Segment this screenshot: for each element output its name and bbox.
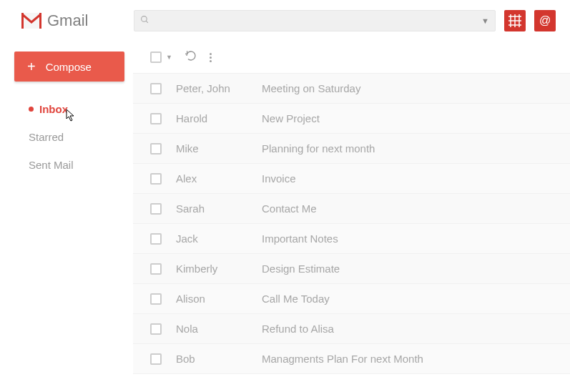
- main-panel: ▼ Peter, JohnMeeting on SaturdayHaroldNe…: [133, 41, 570, 374]
- sidebar-item-starred[interactable]: Starred: [29, 131, 124, 143]
- mail-subject: Planning for next month: [262, 142, 375, 155]
- mail-row[interactable]: AlisonCall Me Today: [133, 284, 570, 314]
- mail-row[interactable]: KimberlyDesign Estimate: [133, 254, 570, 284]
- mail-subject: Invoice: [262, 172, 296, 185]
- row-checkbox[interactable]: [150, 233, 162, 245]
- row-checkbox[interactable]: [150, 323, 162, 335]
- mail-sender: Alison: [176, 293, 247, 305]
- mail-row[interactable]: BobManagments Plan For next Month: [133, 344, 570, 374]
- select-all-checkbox[interactable]: [150, 52, 162, 63]
- search-icon: [140, 15, 149, 26]
- at-sign-button[interactable]: @: [534, 10, 556, 31]
- mail-sender: Jack: [176, 232, 247, 245]
- row-checkbox[interactable]: [150, 173, 162, 185]
- logo[interactable]: Gmail: [21, 11, 125, 30]
- mail-sender: Mike: [176, 142, 247, 155]
- mail-row[interactable]: NolaRefund to Alisa: [133, 314, 570, 344]
- svg-point-3: [142, 16, 147, 22]
- row-checkbox[interactable]: [150, 83, 162, 94]
- mail-subject: Important Notes: [262, 232, 338, 245]
- grid-view-button[interactable]: [504, 10, 526, 31]
- nav-label: Sent Mail: [29, 159, 74, 171]
- mail-row[interactable]: AlexInvoice: [133, 164, 570, 194]
- mail-list: Peter, JohnMeeting on SaturdayHaroldNew …: [133, 74, 570, 374]
- mail-subject: New Project: [262, 112, 320, 124]
- mail-sender: Alex: [176, 172, 247, 185]
- mail-subject: Refund to Alisa: [262, 323, 334, 335]
- row-checkbox[interactable]: [150, 113, 162, 124]
- mail-row[interactable]: JackImportant Notes: [133, 224, 570, 254]
- row-checkbox[interactable]: [150, 293, 162, 305]
- sidebar: + Compose Inbox Starred Sent Mail: [0, 41, 133, 374]
- mail-subject: Contact Me: [262, 202, 317, 215]
- more-icon[interactable]: [210, 53, 212, 62]
- row-checkbox[interactable]: [150, 143, 162, 155]
- search-dropdown-icon[interactable]: ▼: [481, 16, 489, 25]
- svg-rect-1: [21, 13, 24, 29]
- select-all-dropdown-icon[interactable]: ▼: [166, 54, 172, 61]
- mail-sender: Nola: [176, 323, 247, 335]
- mail-subject: Call Me Today: [262, 293, 330, 305]
- row-checkbox[interactable]: [150, 263, 162, 275]
- mail-subject: Managments Plan For next Month: [262, 353, 423, 365]
- mail-row[interactable]: HaroldNew Project: [133, 104, 570, 134]
- mail-row[interactable]: MikePlanning for next month: [133, 134, 570, 164]
- refresh-icon[interactable]: [185, 50, 197, 64]
- mail-sender: Harold: [176, 112, 247, 124]
- mail-subject: Design Estimate: [262, 263, 340, 275]
- mail-sender: Sarah: [176, 202, 247, 215]
- compose-label: Compose: [46, 61, 92, 73]
- gmail-logo-icon: [21, 13, 41, 29]
- nav-label: Starred: [29, 131, 64, 143]
- mail-sender: Peter, John: [176, 82, 247, 94]
- search-input[interactable]: ▼: [134, 10, 496, 31]
- unread-dot-icon: [29, 107, 34, 112]
- compose-button[interactable]: + Compose: [14, 52, 124, 82]
- mail-toolbar: ▼: [133, 41, 570, 74]
- mail-sender: Bob: [176, 353, 247, 365]
- sidebar-item-inbox[interactable]: Inbox: [29, 103, 124, 115]
- sidebar-item-sent[interactable]: Sent Mail: [29, 159, 124, 171]
- svg-line-4: [146, 21, 148, 23]
- mail-subject: Meeting on Saturday: [262, 82, 360, 94]
- nav-list: Inbox Starred Sent Mail: [14, 103, 124, 171]
- mail-sender: Kimberly: [176, 263, 247, 275]
- svg-rect-2: [39, 13, 41, 29]
- row-checkbox[interactable]: [150, 203, 162, 215]
- mail-row[interactable]: SarahContact Me: [133, 194, 570, 224]
- header: Gmail ▼ @: [0, 0, 570, 41]
- product-name: Gmail: [47, 11, 88, 30]
- mail-row[interactable]: Peter, JohnMeeting on Saturday: [133, 74, 570, 104]
- plus-icon: +: [27, 59, 36, 74]
- nav-label: Inbox: [39, 103, 68, 115]
- row-checkbox[interactable]: [150, 353, 162, 365]
